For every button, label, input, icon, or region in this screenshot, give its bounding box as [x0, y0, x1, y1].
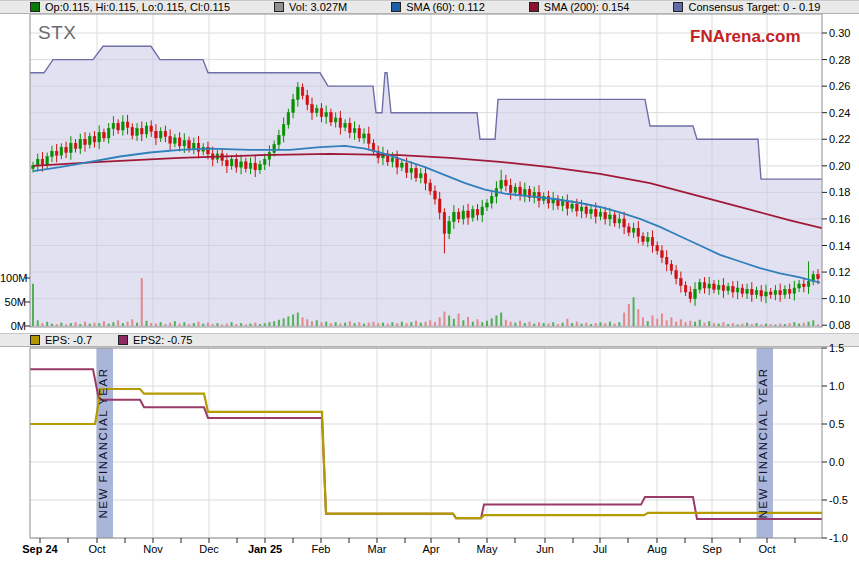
price-tick-label: 0.30	[829, 27, 850, 39]
sma200-swatch-icon	[529, 2, 539, 12]
fnarena-logo: FNArena.com	[690, 27, 801, 47]
eps-swatch-icon	[30, 335, 40, 345]
date-tick-label: May	[477, 543, 498, 555]
price-tick-label: 0.10	[829, 293, 850, 305]
chart-canvas	[0, 0, 859, 566]
legend-label-consensus-target: Consensus Target: 0 - 0.19	[688, 1, 820, 13]
eps-tick-label: 0.5	[829, 418, 844, 430]
legend-label-sma200: SMA (200): 0.154	[544, 1, 630, 13]
legend-item-sma200: SMA (200): 0.154	[529, 1, 630, 13]
new-financial-year-band-label: NEW FINANCIAL YEAR	[97, 349, 113, 537]
legend-item-eps: EPS: -0.7	[30, 334, 92, 346]
date-tick-label: Apr	[422, 543, 439, 555]
ohlc-swatch-icon	[30, 2, 40, 12]
volume-swatch-icon	[274, 2, 284, 12]
legend-item-eps2: EPS2: -0.75	[118, 334, 192, 346]
price-tick-label: 0.28	[829, 54, 850, 66]
date-tick-label: Oct	[758, 543, 775, 555]
legend-item-volume: Vol: 3.027M	[274, 1, 347, 13]
eps-tick-label: -0.5	[829, 494, 848, 506]
legend-item-ohlc: Op:0.115, Hi:0.115, Lo:0.115, Cl:0.115	[30, 1, 230, 13]
consensus-target-swatch-icon	[673, 2, 683, 12]
eps-tick-label: 0.0	[829, 456, 844, 468]
legend-item-consensus-target: Consensus Target: 0 - 0.19	[673, 1, 820, 13]
date-tick-label: Dec	[199, 543, 219, 555]
top-legend-bar: Op:0.115, Hi:0.115, Lo:0.115, Cl:0.115 V…	[0, 0, 859, 14]
eps-tick-label: 1.5	[829, 342, 844, 354]
legend-label-eps: EPS: -0.7	[45, 334, 92, 346]
eps2-swatch-icon	[118, 335, 128, 345]
volume-tick-label: 100M	[0, 272, 26, 284]
price-tick-label: 0.22	[829, 133, 850, 145]
volume-tick-label: 50M	[0, 296, 26, 308]
legend-label-sma60: SMA (60): 0.112	[406, 1, 485, 13]
price-tick-label: 0.12	[829, 266, 850, 278]
price-tick-label: 0.24	[829, 107, 850, 119]
price-tick-label: 0.20	[829, 160, 850, 172]
ticker-symbol: STX	[38, 22, 76, 44]
volume-tick-label: 0M	[0, 320, 26, 332]
price-tick-label: 0.26	[829, 80, 850, 92]
eps-tick-label: -1.0	[829, 532, 848, 544]
legend-label-volume: Vol: 3.027M	[289, 1, 347, 13]
price-tick-label: 0.18	[829, 186, 850, 198]
price-tick-label: 0.14	[829, 240, 850, 252]
price-tick-label: 0.08	[829, 319, 850, 331]
date-tick-label: Jan 25	[248, 543, 282, 555]
sma60-swatch-icon	[391, 2, 401, 12]
date-tick-label: Jul	[593, 543, 607, 555]
date-tick-label: Mar	[368, 543, 387, 555]
date-tick-label: Jun	[536, 543, 554, 555]
date-tick-label: Oct	[88, 543, 105, 555]
legend-item-sma60: SMA (60): 0.112	[391, 1, 485, 13]
eps-tick-label: 1.0	[829, 380, 844, 392]
stock-chart-figure: Op:0.115, Hi:0.115, Lo:0.115, Cl:0.115 V…	[0, 0, 859, 566]
price-tick-label: 0.16	[829, 213, 850, 225]
date-tick-label: Sep	[702, 543, 722, 555]
date-tick-label: Nov	[143, 543, 163, 555]
date-tick-label: Sep 24	[22, 543, 57, 555]
bottom-legend-bar: EPS: -0.7 EPS2: -0.75	[0, 333, 859, 347]
date-tick-label: Feb	[312, 543, 331, 555]
legend-label-ohlc: Op:0.115, Hi:0.115, Lo:0.115, Cl:0.115	[45, 1, 230, 13]
new-financial-year-band-label: NEW FINANCIAL YEAR	[757, 349, 773, 537]
date-tick-label: Aug	[647, 543, 667, 555]
legend-label-eps2: EPS2: -0.75	[133, 334, 192, 346]
